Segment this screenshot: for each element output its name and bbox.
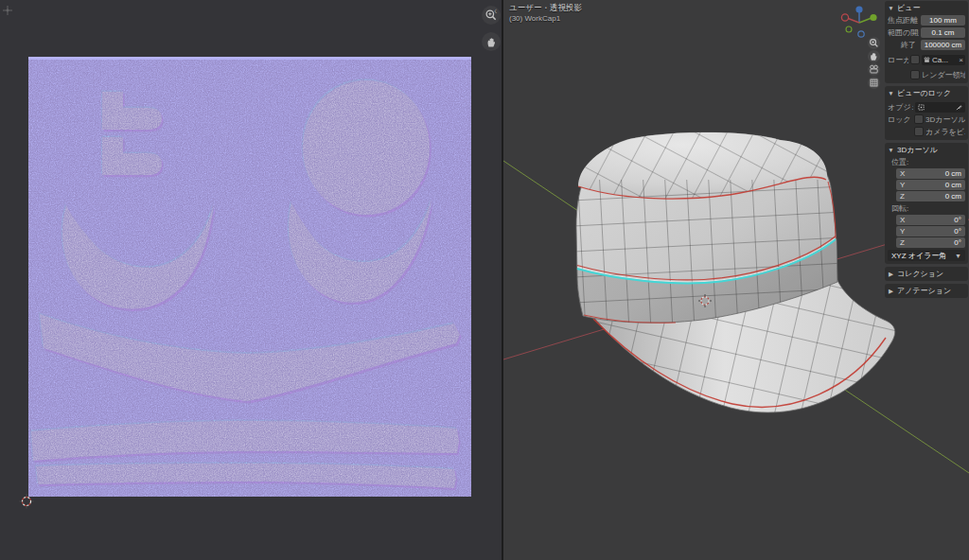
panel-view-lock-header[interactable]: ▼ ビューのロック [888, 88, 965, 98]
lock-3d-cursor-label: 3Dカーソル... [925, 114, 965, 125]
gizmo-z-axis[interactable] [855, 6, 862, 12]
grid-box-icon [869, 78, 879, 88]
cursor-rotation-y[interactable]: Y 0° [896, 226, 965, 236]
lock-label: ロック [888, 114, 912, 125]
panel-title: 3Dカーソル [897, 145, 938, 155]
camera-data-icon [924, 57, 930, 63]
vp-perspective-toggle-button[interactable] [868, 77, 880, 89]
clip-start-label: 範囲の開始 [888, 27, 919, 38]
panel-collections[interactable]: ▶ コレクション [885, 267, 968, 281]
chevron-down-icon: ▼ [955, 253, 961, 259]
lock-object-label: オブジェ... [888, 102, 913, 113]
uv-2d-cursor[interactable] [19, 494, 34, 509]
gizmo-x-axis[interactable] [841, 14, 848, 21]
clip-end-label: 終了 [888, 40, 919, 50]
panel-annotations[interactable]: ▶ アノテーション [885, 284, 968, 298]
cursor-location-y[interactable]: Y 0 cm [896, 180, 965, 190]
uv-editor: .fm{fill:#c06ee4;opacity:.5;} .fc{fill:#… [0, 0, 502, 560]
lock-object-field[interactable] [915, 102, 965, 113]
camera-icon [869, 64, 879, 75]
local-camera-field[interactable]: Ca... × [922, 55, 965, 65]
location-label: 位置: [891, 157, 965, 167]
gizmo-y-neg[interactable] [846, 26, 852, 32]
caret-down-icon: ▼ [888, 90, 894, 96]
uv-island-strap-1[interactable] [102, 92, 162, 130]
hand-icon [869, 51, 879, 61]
caret-right-icon: ▶ [888, 288, 894, 295]
blender-window: .fm{fill:#c06ee4;opacity:.5;} .fc{fill:#… [0, 0, 969, 560]
camera-to-view-label: カメラをビ... [925, 127, 965, 137]
eyedropper-icon[interactable] [956, 104, 962, 111]
vp-camera-view-button[interactable] [868, 63, 880, 76]
render-region-checkbox[interactable] [910, 70, 920, 79]
uv-island-brim[interactable] [40, 314, 460, 401]
lock-3d-cursor-checkbox[interactable] [914, 114, 924, 124]
sidebar-toggle-icon[interactable]: ‹ [494, 7, 497, 16]
panel-view-lock: ▼ ビューのロック オブジェ... [885, 86, 968, 140]
panel-title: コレクション [897, 269, 943, 279]
rotation-mode-dropdown[interactable]: XYZ オイラー角 ▼ [888, 250, 965, 261]
uv-island-strap-2[interactable] [102, 137, 162, 175]
vp-pan-button[interactable] [868, 50, 880, 62]
cursor-rotation-z[interactable]: Z 0° [896, 237, 965, 248]
camera-to-view-checkbox[interactable] [914, 127, 924, 136]
cursor-rotation-x[interactable]: X 0° [896, 215, 965, 225]
uv-image: .fm{fill:#c06ee4;opacity:.5;} .fc{fill:#… [28, 57, 471, 497]
viewport-header: ユーザー・透視投影 (30) WorkCap1 [509, 3, 582, 24]
uv-island-crescent-left[interactable] [62, 204, 214, 309]
clip-end-field[interactable]: 100000 cm [921, 40, 965, 50]
focal-length-field[interactable]: 100 mm [921, 15, 965, 26]
uv-pan-button[interactable] [482, 32, 501, 51]
gizmo-z-neg[interactable] [858, 31, 864, 37]
panel-view-header[interactable]: ▼ ビュー [888, 3, 965, 13]
view-mode-label: ユーザー・透視投影 [509, 3, 582, 13]
vp-zoom-button[interactable] [868, 37, 880, 49]
clip-start-field[interactable]: 0.1 cm [921, 27, 965, 38]
uv-island-cap-top[interactable] [303, 80, 430, 215]
panel-view: ▼ ビュー 焦点距離 100 mm 範囲の開始 0.1 cm 終了 100000… [885, 1, 968, 83]
cursor-location-x[interactable]: X 0 cm [896, 168, 965, 179]
render-region-label: レンダー領域 [922, 70, 965, 80]
caret-down-icon: ▼ [888, 5, 894, 11]
local-camera-label: ローカル... [888, 55, 908, 65]
clear-icon[interactable]: × [959, 56, 963, 64]
caret-down-icon: ▼ [888, 147, 894, 153]
local-camera-checkbox[interactable] [910, 55, 920, 64]
viewport-sidebar: ▼ ビュー 焦点距離 100 mm 範囲の開始 0.1 cm 終了 100000… [885, 1, 968, 301]
local-camera-value: Ca... [932, 56, 948, 64]
object-icon [918, 104, 925, 111]
focal-length-label: 焦点距離 [888, 15, 919, 26]
panel-title: ビュー [897, 3, 920, 13]
workcap-model[interactable] [570, 123, 904, 416]
hand-icon [485, 36, 498, 48]
panel-3d-cursor-header[interactable]: ▼ 3Dカーソル [888, 145, 965, 155]
viewport-3d: ユーザー・透視投影 (30) WorkCap1 [503, 0, 969, 560]
object-info-label: (30) WorkCap1 [509, 13, 582, 24]
gizmo-y-axis[interactable] [870, 14, 876, 21]
panel-3d-cursor: ▼ 3Dカーソル 位置: X 0 cm Y 0 cm Z 0 cm 回転: X … [885, 143, 968, 264]
uv-island-band-1[interactable] [31, 421, 459, 461]
uv-zoom-button[interactable] [482, 6, 501, 25]
panel-title: ビューのロック [897, 88, 951, 98]
cursor-location-z[interactable]: Z 0 cm [896, 191, 965, 201]
viewport-nav-buttons [868, 37, 880, 89]
zoom-icon [869, 38, 879, 48]
panel-title: アノテーション [897, 286, 951, 296]
caret-right-icon: ▶ [888, 271, 894, 278]
editor-corner-icon[interactable] [2, 5, 13, 16]
rotation-label: 回転: [891, 203, 965, 214]
uv-islands-canvas: .fm{fill:#c06ee4;opacity:.5;} .fc{fill:#… [28, 57, 471, 497]
